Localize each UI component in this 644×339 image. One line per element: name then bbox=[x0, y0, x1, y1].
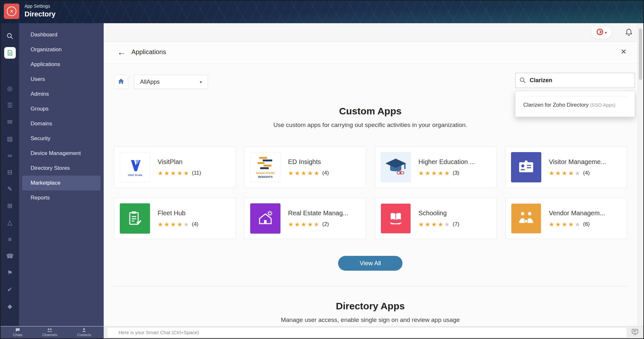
sliders-icon[interactable]: ☰ bbox=[1, 97, 19, 113]
suggestion-text: Clarizen for Zoho Directory bbox=[523, 102, 589, 108]
sidebar-item-marketplace[interactable]: Marketplace bbox=[22, 176, 100, 190]
chat-tab-chats[interactable]: Chats bbox=[13, 328, 23, 337]
star-full-icon: ★ bbox=[438, 221, 443, 228]
star-empty-icon: ★ bbox=[184, 221, 189, 228]
rating-count: (2) bbox=[322, 221, 329, 228]
back-arrow-icon[interactable]: ← bbox=[117, 47, 126, 57]
app-card[interactable]: Real Estate Manag...★★★★★★(2) bbox=[244, 198, 366, 239]
sidebar-item-directory-stores[interactable]: Directory Stores bbox=[22, 161, 100, 176]
search-input[interactable] bbox=[515, 73, 635, 88]
magnifier-icon bbox=[519, 77, 526, 85]
home-icon bbox=[118, 78, 124, 85]
svg-text:EDUCATION: EDUCATION bbox=[256, 171, 274, 175]
star-full-icon: ★ bbox=[555, 170, 561, 176]
app-card[interactable]: VISIT PLANVisitPlan★★★★★(11) bbox=[114, 147, 236, 188]
star-full-icon: ★ bbox=[177, 221, 183, 228]
sidebar-item-organization[interactable]: Organization bbox=[22, 42, 100, 57]
app-card[interactable]: Visitor Manageme...★★★★★(4) bbox=[505, 147, 627, 188]
app-name: Fleet Hub bbox=[158, 209, 199, 217]
scrollbar-track[interactable] bbox=[638, 23, 643, 326]
link-icon[interactable]: ∞ bbox=[1, 147, 19, 164]
sidebar-item-security[interactable]: Security bbox=[22, 131, 100, 146]
app-card[interactable]: Fleet Hub★★★★★(4) bbox=[114, 198, 236, 239]
app-name: ED Insights bbox=[288, 158, 329, 166]
app-rating: ★★★★★(4) bbox=[288, 170, 329, 176]
chat-tab-channels[interactable]: Channels bbox=[42, 328, 57, 337]
home-button[interactable] bbox=[114, 75, 128, 89]
sidebar-item-applications[interactable]: Applications bbox=[22, 57, 100, 72]
sidebar-item-users[interactable]: Users bbox=[22, 72, 100, 87]
app-card[interactable]: Vendor Managem...★★★★★(6) bbox=[505, 198, 627, 239]
notifications-bell-icon[interactable] bbox=[625, 28, 633, 38]
document-icon[interactable]: ≡ bbox=[1, 231, 19, 247]
star-full-icon: ★ bbox=[308, 221, 313, 228]
star-full-icon: ★ bbox=[549, 170, 554, 176]
suggestion-separator bbox=[523, 93, 627, 96]
zoho-one-icon bbox=[596, 28, 604, 37]
support-icon[interactable]: ☎ bbox=[1, 247, 19, 264]
star-full-icon: ★ bbox=[171, 221, 176, 228]
sidebar-item-dashboard[interactable]: Dashboard bbox=[22, 27, 100, 42]
app-card[interactable]: Higher Education ...★★★★★(3) bbox=[375, 147, 497, 188]
rating-count: (3) bbox=[453, 170, 459, 176]
star-full-icon: ★ bbox=[158, 170, 163, 176]
rating-count: (4) bbox=[322, 170, 329, 176]
star-full-icon: ★ bbox=[288, 221, 294, 228]
star-full-icon: ★ bbox=[549, 221, 554, 228]
custom-apps-subtitle: Use custom apps for carrying out specifi… bbox=[104, 121, 637, 129]
sidebar-item-domains[interactable]: Domains bbox=[22, 116, 100, 131]
pen-icon[interactable]: ✎ bbox=[1, 180, 19, 197]
scrollbar-thumb[interactable] bbox=[639, 28, 642, 80]
briefcase-icon[interactable]: ▤ bbox=[1, 130, 19, 147]
chat-tab-label: Chats bbox=[13, 333, 23, 337]
view-all-button[interactable]: View All bbox=[338, 256, 402, 271]
app-settings-label: App Settings bbox=[24, 4, 56, 9]
org-chart-icon[interactable]: △ bbox=[1, 214, 19, 231]
app-card[interactable]: Schooling★★★★★(7) bbox=[375, 198, 497, 239]
sidebar-item-device-management[interactable]: Device Management bbox=[22, 146, 100, 161]
sidebar-item-reports[interactable]: Reports bbox=[22, 190, 100, 205]
account-menu-button[interactable]: ▾ bbox=[591, 26, 612, 39]
chat-input-area bbox=[104, 326, 643, 338]
chat-panel-icon[interactable] bbox=[632, 329, 638, 336]
tasks-icon[interactable]: ✔ bbox=[1, 281, 19, 298]
sidebar-item-admins[interactable]: Admins bbox=[22, 87, 100, 102]
megaphone-icon[interactable]: ⚑ bbox=[1, 264, 19, 281]
star-half-icon: ★★ bbox=[314, 221, 319, 228]
zoho-directory-window: ✕ App Settings Directory ◎☰✉▤∞⊟✎⊞△≡☎⚑✔◆ … bbox=[0, 0, 644, 339]
star-full-icon: ★ bbox=[431, 221, 437, 228]
star-full-icon: ★ bbox=[425, 221, 431, 228]
close-app-button[interactable]: ✕ bbox=[4, 4, 19, 19]
star-full-icon: ★ bbox=[158, 221, 163, 228]
star-full-icon: ★ bbox=[295, 221, 300, 228]
star-full-icon: ★ bbox=[308, 170, 313, 176]
smart-chat-input[interactable] bbox=[108, 328, 627, 337]
search-suggestion-panel: Clarizen for Zoho Directory(SSO Apps) bbox=[515, 91, 635, 117]
sidebar-item-groups[interactable]: Groups bbox=[22, 102, 100, 116]
fleet-hub-logo bbox=[120, 203, 150, 234]
star-full-icon: ★ bbox=[301, 170, 307, 176]
apps-filter-dropdown[interactable]: AllApps ▾ bbox=[134, 75, 208, 89]
main-area: ▾ ← Applications ✕ AllApps ▾ bbox=[104, 23, 637, 326]
search-suggestion-item[interactable]: Clarizen for Zoho Directory(SSO Apps) bbox=[523, 101, 627, 110]
star-full-icon: ★ bbox=[444, 170, 450, 176]
star-full-icon: ★ bbox=[177, 170, 183, 176]
directory-app-icon[interactable] bbox=[1, 44, 19, 61]
app-rating: ★★★★★(11) bbox=[158, 170, 201, 176]
directory-apps-subtitle: Manage user access, enable single sign o… bbox=[104, 316, 637, 324]
chat-tab-label: Channels bbox=[42, 333, 57, 337]
folder-icon[interactable]: ⊟ bbox=[1, 164, 19, 180]
search-icon[interactable] bbox=[1, 28, 19, 44]
close-panel-icon[interactable]: ✕ bbox=[621, 48, 627, 56]
star-full-icon: ★ bbox=[555, 221, 561, 228]
star-full-icon: ★ bbox=[171, 170, 176, 176]
contacts-icon bbox=[82, 328, 86, 333]
shield-icon[interactable]: ◆ bbox=[1, 298, 19, 315]
apps-icon[interactable]: ⊞ bbox=[1, 197, 19, 214]
chat-tab-contacts[interactable]: Contacts bbox=[77, 328, 91, 337]
app-card[interactable]: EDUCATIONINSIGHTSED Insights★★★★★(4) bbox=[244, 147, 366, 188]
user-search-icon[interactable]: ◎ bbox=[1, 80, 19, 97]
app-rating: ★★★★★(4) bbox=[549, 170, 606, 176]
chevron-down-icon: ▾ bbox=[200, 80, 202, 84]
chat-icon[interactable]: ✉ bbox=[1, 113, 19, 130]
